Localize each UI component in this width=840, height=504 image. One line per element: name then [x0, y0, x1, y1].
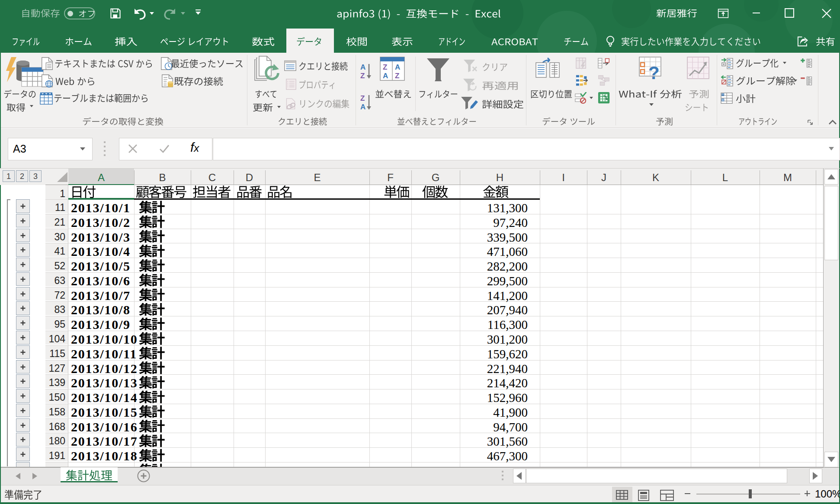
svg-text:Z: Z	[383, 63, 387, 71]
svg-text:A: A	[360, 103, 365, 111]
svg-text:Z: Z	[395, 72, 399, 80]
svg-text:A: A	[383, 72, 388, 80]
svg-text:Z: Z	[360, 94, 365, 102]
svg-text:Z: Z	[360, 72, 365, 80]
svg-text:?: ?	[648, 63, 660, 81]
svg-text:A: A	[395, 63, 400, 71]
svg-text:A: A	[360, 63, 365, 71]
